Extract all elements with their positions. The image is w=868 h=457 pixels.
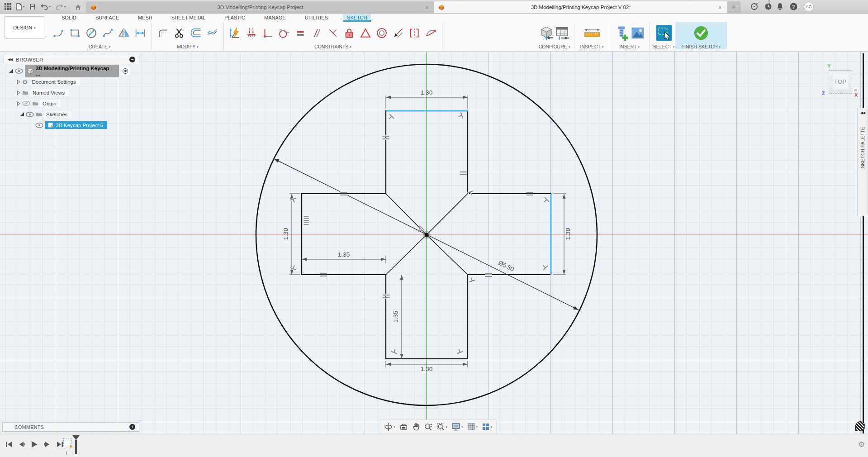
go-to-start-button[interactable] [5, 441, 12, 447]
expander-closed-icon[interactable] [17, 80, 20, 84]
window-select-button[interactable] [653, 23, 675, 43]
extensions-button[interactable] [750, 3, 758, 10]
root-component-item[interactable]: 3D Modelling/Printing Keycap ... [25, 65, 119, 77]
document-tab-1[interactable]: 3D Modelling/Printing Keycap Project × [86, 1, 434, 13]
browser-item-sketch-keycap[interactable]: 3D Keycap Project 5 [4, 121, 139, 129]
origin-point[interactable] [425, 233, 429, 237]
comments-bar[interactable]: COMMENTS + [2, 422, 139, 432]
collapse-panel-icon[interactable]: ◀◀ [8, 57, 12, 62]
tab-surface[interactable]: SURFACE [92, 14, 123, 21]
configure-group-label[interactable]: CONFIGURE▾ [539, 44, 570, 49]
close-tab-icon[interactable]: × [424, 4, 430, 11]
browser-item-named-views[interactable]: Named Views [4, 88, 139, 97]
browser-item-origin[interactable]: Origin [4, 99, 139, 108]
account-avatar[interactable]: AG [804, 2, 814, 12]
expander-open-icon[interactable] [20, 112, 24, 116]
concentric-constraint-button[interactable] [374, 23, 390, 43]
tab-manage[interactable]: MANAGE [261, 14, 289, 21]
fillet-tool-button[interactable] [155, 23, 171, 43]
viewports-button[interactable]: ▾ [482, 423, 493, 431]
browser-toggle-icon[interactable]: − [129, 57, 135, 62]
tab-solid[interactable]: SOLID [58, 14, 80, 21]
add-comment-icon[interactable]: + [129, 424, 135, 430]
create-group-label[interactable]: CREATE▾ [89, 44, 110, 49]
job-status-button[interactable]: 1 [764, 3, 770, 10]
pan-button[interactable] [412, 423, 420, 431]
expander-open-icon[interactable] [9, 69, 13, 73]
help-button[interactable]: ? [790, 3, 797, 10]
save-button[interactable] [29, 4, 36, 10]
grid-settings-button[interactable]: ▾ [467, 423, 478, 431]
dim-inner-h[interactable]: 1.35 [338, 251, 350, 258]
expander-closed-icon[interactable] [17, 90, 20, 95]
equal-constraint-button[interactable] [292, 23, 308, 43]
tab-utilities[interactable]: UTILITIES [301, 14, 332, 21]
trim-tool-button[interactable] [171, 23, 188, 43]
go-to-end-button[interactable] [57, 441, 63, 447]
spline-tool-button[interactable] [100, 23, 116, 43]
visibility-off-eye-icon[interactable] [22, 100, 30, 106]
notifications-button[interactable] [777, 3, 783, 10]
configure-table-button[interactable] [555, 23, 571, 43]
tab-mesh[interactable]: MESH [134, 14, 156, 21]
perpendicular-constraint-button[interactable] [325, 23, 341, 43]
assistant-bubble[interactable] [855, 421, 865, 431]
configure-feature-button[interactable] [538, 23, 555, 43]
file-menu-button[interactable]: ▾ [16, 3, 25, 10]
visibility-eye-icon[interactable] [15, 68, 23, 74]
selected-sketch-item[interactable]: 3D Keycap Project 5 [45, 121, 107, 129]
sketch-palette-collapsed[interactable]: ◀◀ SKETCH PALETTE [857, 108, 868, 216]
orbit-button[interactable]: ▾ [384, 423, 395, 431]
settings-gear-icon[interactable]: ⚙ [858, 440, 865, 449]
fit-button[interactable]: ▾ [436, 423, 448, 431]
browser-header[interactable]: ◀◀ BROWSER − [4, 55, 139, 64]
dim-bottom[interactable]: 1.30 [421, 366, 432, 372]
expander-closed-icon[interactable] [17, 101, 20, 106]
insert-group-label[interactable]: INSERT▾ [619, 44, 640, 49]
sketch-dimension-button[interactable] [132, 23, 148, 43]
document-tab-2[interactable]: 3D Modelling/Printing Keycap Project V-0… [434, 1, 727, 13]
select-group-label[interactable]: SELECT▾ [653, 44, 674, 49]
dim-inner-v[interactable]: 1.35 [392, 311, 399, 323]
measure-button[interactable] [578, 23, 607, 43]
mirror-tool-button[interactable] [116, 23, 132, 43]
line-tool-button[interactable] [51, 23, 67, 43]
visibility-eye-icon[interactable] [26, 112, 34, 117]
offset-tool-button[interactable] [188, 23, 204, 43]
fix-constraint-button[interactable] [341, 23, 357, 43]
step-forward-button[interactable] [44, 441, 51, 447]
look-at-button[interactable] [399, 423, 408, 431]
dim-right[interactable]: 1.30 [564, 228, 571, 240]
redo-button[interactable]: ▾ [55, 4, 66, 10]
close-tab-icon[interactable]: × [717, 4, 723, 11]
expand-panel-icon[interactable]: ◀◀ [860, 111, 865, 115]
browser-root-row[interactable]: 3D Modelling/Printing Keycap ... [4, 67, 139, 75]
app-menu-button[interactable] [5, 3, 11, 10]
symmetry-constraint-button[interactable] [406, 23, 422, 43]
step-back-button[interactable] [18, 441, 25, 447]
workspace-selector[interactable]: DESIGN ▾ [5, 16, 44, 39]
viewcube[interactable]: TOP Y Z X [829, 70, 852, 94]
curvature-constraint-button[interactable] [422, 23, 439, 43]
tab-sheet-metal[interactable]: SHEET METAL [168, 14, 209, 21]
finish-sketch-label[interactable]: FINISH SKETCH▾ [682, 44, 721, 49]
coincident-constraint-button[interactable] [243, 23, 260, 43]
display-settings-button[interactable]: ▾ [451, 423, 463, 431]
timeline-sketch-feature[interactable] [63, 438, 71, 446]
modify-group-label[interactable]: MODIFY▾ [177, 44, 198, 49]
break-tool-button[interactable] [204, 23, 220, 43]
inspect-group-label[interactable]: INSPECT▾ [580, 44, 604, 49]
new-tab-button[interactable]: + [727, 1, 741, 13]
tab-plastic[interactable]: PLASTIC [221, 14, 249, 21]
timeline-position-marker[interactable] [72, 435, 80, 454]
rectangle-tool-button[interactable] [67, 23, 83, 43]
insert-fastener-button[interactable] [613, 23, 630, 43]
visibility-eye-icon[interactable] [35, 123, 43, 128]
dim-top[interactable]: 1.30 [421, 89, 432, 96]
zoom-button[interactable] [424, 423, 432, 431]
tab-sketch[interactable]: SKETCH [343, 14, 371, 22]
document-tab-title[interactable]: 3D Modelling/Printing Keycap Project V-0… [447, 5, 715, 10]
viewcube-face-label[interactable]: TOP [834, 79, 846, 85]
undo-button[interactable]: ▾ [40, 4, 51, 10]
auto-dimension-button[interactable] [227, 23, 243, 43]
